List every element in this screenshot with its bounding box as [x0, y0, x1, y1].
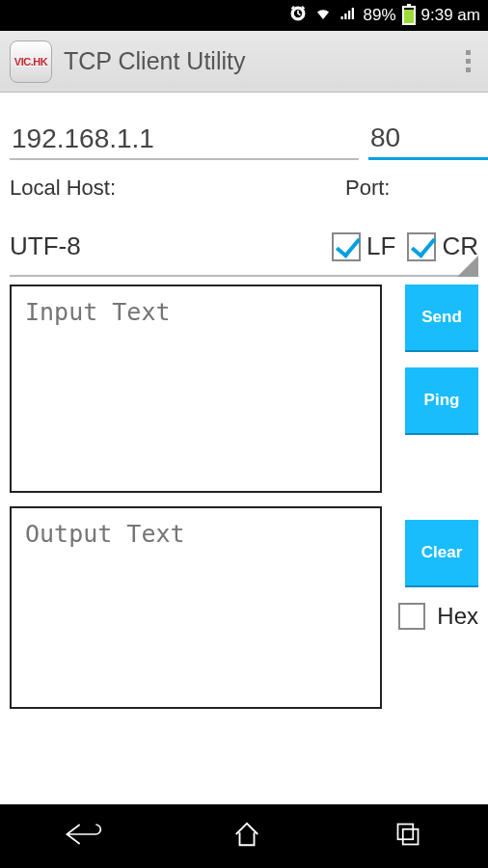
- encoding-select-value[interactable]: UTF-8: [10, 231, 320, 261]
- wifi-icon: [313, 5, 333, 27]
- clock: 9:39 am: [421, 6, 480, 25]
- android-status-bar: 89% 9:39 am: [0, 0, 488, 31]
- svg-rect-1: [402, 829, 418, 845]
- lf-checkbox[interactable]: [332, 232, 361, 261]
- back-button[interactable]: [35, 809, 131, 863]
- battery-pct: 89%: [364, 6, 396, 25]
- alarm-icon: [288, 4, 308, 28]
- hex-checkbox[interactable]: [398, 603, 425, 630]
- home-button[interactable]: [202, 808, 292, 864]
- encoding-select-handle[interactable]: [10, 267, 478, 277]
- app-icon: VIC.HK: [10, 41, 52, 83]
- input-textarea[interactable]: [10, 285, 382, 493]
- signal-icon: [339, 5, 358, 27]
- port-input[interactable]: [368, 119, 488, 160]
- encoding-row: UTF-8 LF CR: [10, 231, 478, 261]
- hex-label: Hex: [437, 603, 478, 630]
- overflow-menu-button[interactable]: [458, 42, 478, 80]
- local-host-label: Local Host:: [10, 176, 345, 201]
- ping-button[interactable]: Ping: [405, 367, 478, 433]
- ip-input[interactable]: [10, 120, 359, 160]
- output-textarea[interactable]: [10, 506, 382, 709]
- port-label: Port:: [345, 176, 478, 201]
- lf-label: LF: [366, 231, 395, 261]
- app-title: TCP Client Utility: [64, 47, 458, 75]
- send-button[interactable]: Send: [405, 285, 478, 350]
- battery-icon: [402, 6, 416, 25]
- connection-row: Connect: [10, 106, 478, 160]
- hex-row: Hex: [398, 603, 478, 630]
- recent-apps-button[interactable]: [363, 809, 453, 863]
- cr-checkbox[interactable]: [407, 232, 436, 261]
- svg-rect-0: [397, 825, 413, 840]
- clear-button[interactable]: Clear: [405, 520, 478, 585]
- action-bar: VIC.HK TCP Client Utility: [0, 31, 488, 93]
- main-content: Connect Local Host: Port: UTF-8 LF CR Se…: [0, 93, 488, 804]
- android-nav-bar: [0, 804, 488, 868]
- io-area: Send Ping Clear Hex: [10, 285, 478, 709]
- host-port-labels: Local Host: Port:: [10, 176, 478, 201]
